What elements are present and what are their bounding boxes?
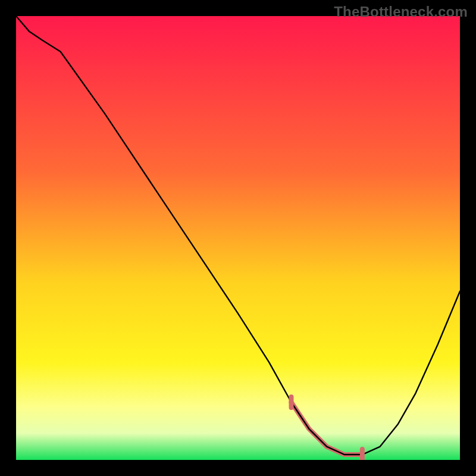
chart-frame: TheBottleneck.com <box>0 0 476 476</box>
bottleneck-chart <box>16 16 460 460</box>
watermark-label: TheBottleneck.com <box>334 4 468 20</box>
